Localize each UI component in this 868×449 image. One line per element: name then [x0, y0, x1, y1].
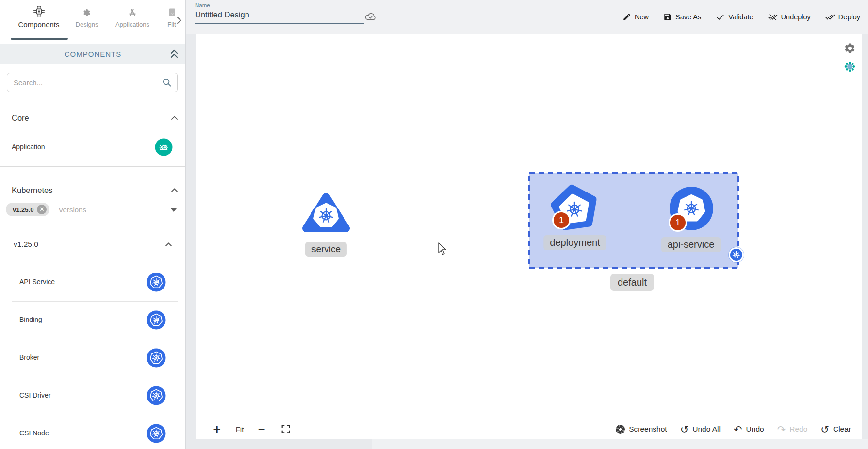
tab-designs[interactable]: Designs — [71, 7, 103, 28]
panel-header: COMPONENTS — [0, 44, 186, 64]
component-item-binding[interactable]: Binding — [0, 301, 186, 339]
version-chip-label: v1.25.0 — [13, 206, 33, 213]
chevron-up-icon[interactable] — [170, 187, 179, 193]
name-field-underline — [195, 23, 364, 24]
search-input[interactable] — [7, 79, 162, 87]
canvas-surface[interactable]: service 1 deployment — [196, 34, 862, 439]
components-sidebar: Components Designs — [0, 0, 186, 449]
deploy-label: Deploy — [838, 13, 860, 21]
kubernetes-icon — [732, 251, 740, 259]
double-check-icon — [825, 12, 835, 22]
versions-placeholder: Versions — [58, 206, 86, 214]
bottom-strip — [372, 439, 868, 449]
tab-applications[interactable]: Applications — [106, 7, 159, 28]
pencil-icon — [622, 13, 631, 21]
cloud-saved-icon — [364, 11, 377, 22]
components-icon — [33, 5, 46, 18]
panel-title: COMPONENTS — [65, 50, 122, 58]
section-kubernetes-header[interactable]: Kubernetes — [12, 183, 179, 197]
validate-label: Validate — [728, 13, 753, 21]
double-check-slash-icon — [768, 12, 778, 22]
node-service-label: service — [305, 242, 347, 257]
api-service-count-badge: 1 — [669, 213, 687, 232]
gear-icon[interactable] — [844, 42, 856, 54]
item-label: Binding — [19, 316, 42, 323]
component-item-api-service[interactable]: API Service — [0, 263, 186, 301]
screenshot-button[interactable]: Screenshot — [616, 425, 667, 434]
zoom-in-button[interactable]: + — [210, 419, 224, 439]
node-service[interactable] — [301, 189, 351, 238]
validate-button[interactable]: Validate — [716, 13, 753, 22]
undo-label: Undo — [746, 425, 764, 433]
tab-designs-label: Designs — [71, 21, 103, 28]
meshery-application-icon — [155, 138, 173, 156]
collapse-panel-icon[interactable] — [169, 48, 179, 59]
section-core-header[interactable]: Core — [12, 111, 179, 125]
undo-all-button[interactable]: ↺ Undo All — [680, 424, 721, 434]
new-button[interactable]: New — [622, 13, 649, 21]
design-canvas[interactable]: service 1 deployment — [186, 34, 868, 449]
kubernetes-icon — [147, 386, 166, 405]
node-deployment-label: deployment — [543, 235, 606, 250]
save-as-label: Save As — [675, 13, 701, 21]
core-title: Core — [12, 113, 29, 123]
fit-button[interactable]: Fit — [231, 419, 248, 439]
component-item-csi-driver[interactable]: CSI Driver — [0, 377, 186, 415]
tab-components-label: Components — [9, 20, 69, 29]
deploy-button[interactable]: Deploy — [825, 12, 860, 22]
tabs-scroll-right-icon[interactable] — [176, 16, 182, 24]
history-toolbar: Screenshot ↺ Undo All ↶ Undo ↷ Redo ↺ Cl… — [616, 419, 851, 439]
kubernetes-icon — [147, 273, 166, 292]
item-label: Broker — [19, 353, 39, 361]
undo-all-label: Undo All — [692, 425, 721, 433]
clear-button[interactable]: ↺ Clear — [820, 424, 851, 434]
undo-icon: ↶ — [734, 424, 742, 434]
topbar-actions: New Save As Validate Unde — [622, 0, 860, 34]
versions-select-row[interactable]: v1.25.0 ✕ Versions — [6, 202, 86, 217]
tab-components[interactable]: Components — [9, 5, 69, 29]
shutter-icon — [616, 425, 625, 434]
item-label: API Service — [19, 278, 55, 286]
node-api-service-label: api-service — [661, 237, 721, 252]
fullscreen-icon — [280, 424, 291, 434]
screenshot-label: Screenshot — [629, 425, 667, 433]
kubernetes-context-icon[interactable] — [844, 61, 855, 72]
save-icon — [663, 13, 672, 21]
kubernetes-icon — [147, 424, 166, 443]
mouse-cursor — [438, 242, 448, 257]
kubernetes-icon — [147, 348, 166, 368]
chevron-up-icon[interactable] — [170, 115, 179, 121]
version-chip[interactable]: v1.25.0 ✕ — [6, 203, 49, 216]
fullscreen-button[interactable] — [278, 419, 294, 439]
divider — [0, 166, 186, 167]
search-icon[interactable] — [162, 77, 172, 88]
component-item-broker[interactable]: Broker — [0, 339, 186, 377]
clear-icon: ↺ — [820, 424, 829, 434]
designs-icon — [81, 7, 93, 18]
chip-remove-icon[interactable]: ✕ — [37, 205, 47, 214]
design-name-input[interactable] — [195, 10, 355, 19]
versions-underline — [4, 221, 182, 221]
component-item-csi-node[interactable]: CSI Node — [0, 415, 186, 449]
deployment-count-badge: 1 — [552, 211, 571, 229]
group-kubernetes-badge[interactable] — [729, 247, 744, 262]
redo-button[interactable]: ↷ Redo — [777, 424, 808, 434]
kubernetes-title: Kubernetes — [12, 186, 52, 195]
zoom-out-button[interactable]: − — [254, 419, 269, 439]
undo-button[interactable]: ↶ Undo — [734, 424, 764, 434]
item-label: CSI Driver — [19, 391, 51, 399]
name-field-label: Name — [195, 2, 210, 8]
undeploy-button[interactable]: Undeploy — [768, 12, 811, 22]
application-label: Application — [12, 143, 45, 151]
save-as-button[interactable]: Save As — [663, 13, 701, 21]
sidebar-tabbar: Components Designs — [0, 0, 185, 43]
section-version-header[interactable]: v1.25.0 — [14, 237, 173, 252]
chevron-up-icon[interactable] — [164, 241, 173, 247]
group-default-label[interactable]: default — [610, 274, 654, 291]
versions-dropdown-icon[interactable] — [171, 208, 177, 212]
item-label: CSI Node — [19, 429, 49, 437]
undeploy-label: Undeploy — [781, 13, 811, 21]
check-icon — [716, 13, 725, 22]
component-item-application[interactable]: Application — [0, 136, 186, 159]
tab-applications-label: Applications — [106, 21, 159, 28]
